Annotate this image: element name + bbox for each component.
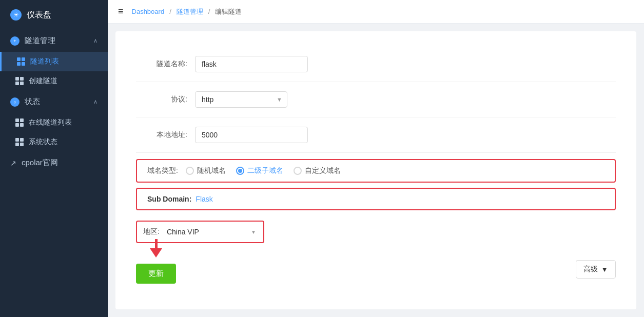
sidebar-item-system-status[interactable]: 系统状态 [0, 132, 108, 152]
breadcrumb-sep-1: / [169, 8, 171, 15]
main-content: ≡ Dashboard / 隧道管理 / 编辑隧道 隧道名称: 协议: http… [108, 0, 644, 317]
protocol-select-wrapper: http https tcp stcp ▼ [195, 91, 287, 108]
radio-custom-domain[interactable]: 自定义域名 [294, 166, 341, 175]
online-tunnel-list-icon [15, 118, 24, 127]
region-select-wrapper: China VIP China US EU ▼ [165, 226, 257, 238]
breadcrumb-dashboard[interactable]: Dashboard [132, 8, 165, 15]
update-section: 更新 [136, 253, 616, 284]
advanced-button-label: 高级 [583, 265, 598, 274]
breadcrumb-sep-2: / [208, 8, 210, 15]
system-status-label: 系统状态 [29, 137, 57, 147]
status-icon: ○ [10, 97, 19, 107]
radio-subdomain[interactable]: 二级子域名 [236, 166, 283, 175]
status-header[interactable]: ○ 状态 ∧ [0, 91, 108, 113]
tunnel-management-chevron: ∧ [93, 37, 97, 44]
tunnel-list-icon [17, 57, 25, 66]
external-link-icon: ↗ [10, 159, 16, 167]
dashboard-nav-item[interactable]: ☀ 仪表盘 [0, 0, 108, 30]
tunnel-management-icon: + [10, 36, 19, 46]
radio-subdomain-circle [236, 167, 244, 175]
radio-random-label: 随机域名 [197, 166, 226, 175]
dashboard-label: 仪表盘 [27, 10, 51, 21]
tunnel-list-label: 隧道列表 [30, 57, 59, 66]
tunnel-name-input[interactable] [195, 56, 308, 72]
domain-type-box: 域名类型: 随机域名 二级子域名 自定义域名 [136, 159, 616, 183]
protocol-label: 协议: [136, 95, 187, 104]
tunnel-management-group: + 隧道管理 ∧ 隧道列表 创建隧道 [0, 30, 108, 91]
arrow-stem [155, 239, 158, 248]
arrow-indicator [150, 239, 162, 257]
radio-custom-circle [294, 167, 302, 175]
sub-domain-box: Sub Domain: Flask [136, 188, 616, 210]
sub-domain-value: Flask [196, 195, 212, 203]
domain-type-radio-group: 随机域名 二级子域名 自定义域名 [186, 166, 341, 175]
radio-random-circle [186, 167, 194, 175]
region-label: 地区: [143, 227, 160, 236]
create-tunnel-label: 创建隧道 [29, 76, 57, 86]
advanced-dropdown-icon: ▼ [601, 265, 608, 273]
radio-custom-label: 自定义域名 [305, 166, 341, 175]
protocol-row: 协议: http https tcp stcp ▼ [136, 82, 616, 117]
sidebar-item-tunnel-list[interactable]: 隧道列表 [0, 52, 108, 71]
dashboard-icon: ☀ [10, 9, 22, 21]
system-status-icon [15, 138, 24, 146]
sidebar-item-create-tunnel[interactable]: 创建隧道 [0, 71, 108, 91]
advanced-button[interactable]: 高级 ▼ [576, 260, 616, 279]
status-label: 状态 [25, 97, 40, 107]
breadcrumb-tunnel-management[interactable]: 隧道管理 [177, 7, 203, 16]
tunnel-name-label: 隧道名称: [136, 60, 187, 69]
local-address-label: 本地地址: [136, 130, 187, 140]
domain-type-label: 域名类型: [147, 166, 178, 175]
create-tunnel-icon [15, 77, 24, 85]
online-tunnel-list-label: 在线隧道列表 [29, 118, 72, 127]
cpolar-website-label: cpolar官网 [22, 158, 58, 168]
sidebar: ☀ 仪表盘 + 隧道管理 ∧ 隧道列表 创建隧道 ○ 状态 ∧ [0, 0, 108, 317]
radio-random-domain[interactable]: 随机域名 [186, 166, 226, 175]
sidebar-item-cpolar-website[interactable]: ↗ cpolar官网 [0, 152, 108, 174]
edit-tunnel-form: 隧道名称: 协议: http https tcp stcp ▼ 本地地址: [115, 31, 636, 309]
protocol-select[interactable]: http https tcp stcp [195, 91, 287, 108]
breadcrumb-edit-tunnel: 编辑隧道 [215, 7, 242, 16]
arrow-container: 更新 [136, 264, 176, 284]
arrow-head-icon [150, 248, 162, 257]
sub-domain-key: Sub Domain: [147, 195, 191, 203]
tunnel-name-row: 隧道名称: [136, 47, 616, 82]
radio-subdomain-label: 二级子域名 [247, 166, 283, 175]
local-address-row: 本地地址: [136, 117, 616, 153]
status-chevron: ∧ [93, 98, 97, 105]
update-button[interactable]: 更新 [136, 264, 176, 284]
menu-toggle-icon[interactable]: ≡ [118, 6, 124, 17]
region-select[interactable]: China VIP China US EU [165, 226, 257, 238]
tunnel-management-header[interactable]: + 隧道管理 ∧ [0, 30, 108, 52]
local-address-input[interactable] [195, 127, 308, 143]
sidebar-item-online-tunnel-list[interactable]: 在线隧道列表 [0, 113, 108, 132]
status-group: ○ 状态 ∧ 在线隧道列表 系统状态 [0, 91, 108, 152]
tunnel-management-label: 隧道管理 [25, 36, 55, 46]
header: ≡ Dashboard / 隧道管理 / 编辑隧道 [108, 0, 644, 24]
